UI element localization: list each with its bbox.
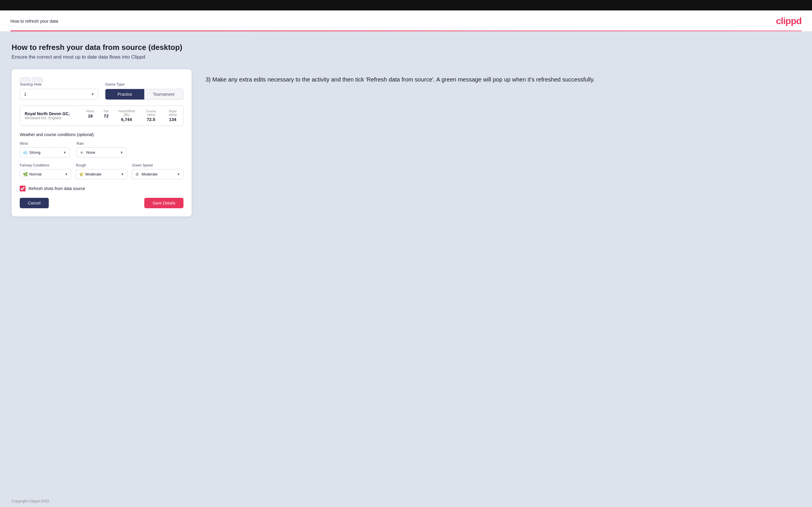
wind-label: Wind — [20, 142, 70, 146]
rain-label: Rain — [77, 142, 126, 146]
header-divider — [0, 26, 812, 31]
weather-section-title: Weather and course conditions (optional) — [20, 132, 184, 137]
tournament-button[interactable]: Tournament — [144, 89, 183, 100]
holes-value: 18 — [88, 113, 93, 118]
tab-item-2 — [32, 77, 43, 82]
content-area: Starting Hole 1 ▼ Game Type Practice Tou… — [12, 69, 800, 216]
practice-button[interactable]: Practice — [105, 89, 144, 100]
page-heading: How to refresh your data from source (de… — [12, 43, 800, 52]
starting-hole-select-wrapper[interactable]: 1 ▼ — [20, 89, 98, 100]
fairway-label: Fairway Conditions — [20, 163, 71, 167]
form-card: Starting Hole 1 ▼ Game Type Practice Tou… — [12, 69, 192, 216]
course-location: Westward Ho!, England — [25, 116, 86, 120]
wind-select[interactable]: Strong — [20, 148, 69, 157]
holes-stat: Holes 18 — [86, 109, 94, 122]
refresh-checkbox[interactable] — [20, 186, 26, 191]
fairway-select[interactable]: Normal — [20, 169, 71, 179]
side-text: 3) Make any extra edits necessary to the… — [206, 69, 800, 84]
footer: Copyright Clippd 2022 — [0, 495, 812, 507]
tab-partial — [20, 77, 184, 82]
form-row-top: Starting Hole 1 ▼ Game Type Practice Tou… — [20, 82, 184, 100]
logo: clippd — [776, 16, 802, 26]
green-speed-label: Green Speed — [132, 163, 184, 167]
course-rating-stat: Course rating 72.5 — [144, 109, 157, 122]
wind-group: Wind 💨 Strong ▼ — [20, 142, 70, 158]
rain-select-wrapper[interactable]: ☀ None ▼ — [77, 147, 126, 158]
rain-select[interactable]: None — [77, 148, 126, 157]
footer-copyright: Copyright Clippd 2022 — [12, 499, 49, 503]
par-value: 72 — [104, 113, 109, 118]
rain-group: Rain ☀ None ▼ — [77, 142, 126, 158]
yards-stat: Yards/White (M)) 6,744 — [118, 109, 135, 122]
course-rating-label: Course rating — [144, 109, 157, 116]
course-stats: Holes 18 Par 72 Yards/White (M)) 6,744 — [86, 109, 179, 122]
starting-hole-select[interactable]: 1 — [20, 89, 98, 100]
cancel-button[interactable]: Cancel — [20, 198, 49, 208]
wind-select-wrapper[interactable]: 💨 Strong ▼ — [20, 147, 70, 158]
slope-rating-value: 134 — [169, 117, 176, 122]
tab-item — [20, 77, 31, 82]
header: How to refresh your data clippd — [0, 10, 812, 26]
yards-label: Yards/White (M)) — [118, 109, 135, 116]
rough-group: Rough 🌾 Moderate ▼ — [76, 163, 127, 179]
buttons-row: Cancel Save Details — [20, 198, 184, 208]
conditions-grid: Fairway Conditions 🌿 Normal ▼ Rough 🌾 — [20, 163, 184, 179]
holes-label: Holes — [86, 109, 94, 113]
green-speed-select[interactable]: Moderate — [133, 169, 183, 179]
breadcrumb: How to refresh your data — [10, 18, 58, 23]
fairway-group: Fairway Conditions 🌿 Normal ▼ — [20, 163, 71, 179]
fairway-select-wrapper[interactable]: 🌿 Normal ▼ — [20, 169, 71, 179]
game-type-group: Game Type Practice Tournament — [105, 82, 184, 100]
main-content: How to refresh your data from source (de… — [0, 31, 812, 495]
slope-rating-stat: Slope rating 134 — [167, 109, 179, 122]
refresh-label: Refresh shots from data source — [29, 186, 85, 191]
course-name-col: Royal North Devon GC, Westward Ho!, Engl… — [25, 111, 86, 120]
course-table: Royal North Devon GC, Westward Ho!, Engl… — [20, 106, 184, 126]
par-stat: Par 72 — [104, 109, 109, 122]
side-description: 3) Make any extra edits necessary to the… — [206, 75, 800, 84]
slope-rating-label: Slope rating — [167, 109, 179, 116]
yards-value: 6,744 — [121, 117, 132, 122]
rough-label: Rough — [76, 163, 127, 167]
rough-select-wrapper[interactable]: 🌾 Moderate ▼ — [76, 169, 127, 179]
refresh-row: Refresh shots from data source — [20, 186, 184, 191]
par-label: Par — [104, 109, 109, 113]
starting-hole-group: Starting Hole 1 ▼ — [20, 82, 98, 100]
green-speed-group: Green Speed ⚙ Moderate ▼ — [132, 163, 184, 179]
starting-hole-label: Starting Hole — [20, 82, 98, 87]
green-speed-select-wrapper[interactable]: ⚙ Moderate ▼ — [132, 169, 184, 179]
page-subheading: Ensure the correct and most up to date d… — [12, 54, 800, 60]
course-row: Royal North Devon GC, Westward Ho!, Engl… — [20, 106, 183, 126]
top-bar — [0, 0, 812, 10]
course-rating-value: 72.5 — [147, 117, 155, 122]
game-type-label: Game Type — [105, 82, 184, 87]
course-name: Royal North Devon GC, — [25, 111, 86, 116]
rough-select[interactable]: Moderate — [76, 169, 127, 179]
game-type-toggle: Practice Tournament — [105, 89, 184, 100]
save-button[interactable]: Save Details — [144, 198, 184, 208]
weather-row: Wind 💨 Strong ▼ Rain ☀ None — [20, 142, 184, 158]
